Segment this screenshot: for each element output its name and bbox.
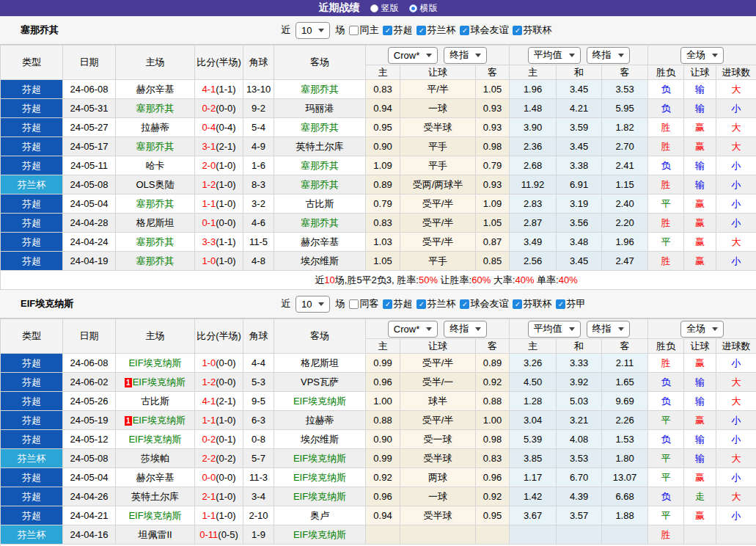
home-team[interactable]: 1EIF埃克纳斯 — [116, 411, 195, 430]
checkbox-icon: ✓ — [383, 26, 392, 35]
away-team[interactable]: EIF埃克纳斯 — [274, 449, 366, 468]
result-outcome: 负 — [648, 373, 684, 392]
asia-odds-time-select[interactable]: 终指 — [444, 47, 487, 64]
result-outcome: 胜 — [648, 118, 684, 137]
near-label: 近 — [281, 297, 290, 310]
match-row: 芬超24-04-21EIF埃克纳斯1-1(1-0)2-10奥卢0.94受半球0.… — [1, 506, 756, 525]
away-team[interactable]: EIF埃克纳斯 — [274, 525, 366, 545]
home-team[interactable]: 格尼斯坦 — [116, 214, 195, 233]
league-filter-checkbox[interactable]: ✓芬联杯 — [513, 23, 551, 37]
home-team[interactable]: 拉赫蒂 — [116, 118, 195, 137]
league-filter-checkbox[interactable]: ✓芬超 — [383, 23, 412, 37]
away-team[interactable]: 塞那乔其 — [274, 175, 366, 194]
euro-home-odds: 1.96 — [510, 80, 557, 99]
away-team[interactable]: 塞那乔其 — [274, 80, 366, 99]
league-filter-checkbox[interactable]: ✓球会友谊 — [460, 23, 508, 37]
scope-select[interactable]: 全场 — [680, 321, 724, 338]
away-team[interactable]: EIF埃克纳斯 — [274, 392, 366, 411]
away-team[interactable]: EIF埃克纳斯 — [274, 468, 366, 487]
league-filter-checkbox[interactable]: ✓球会友谊 — [460, 297, 508, 310]
same-venue-checkbox[interactable]: 同客 — [349, 297, 378, 310]
away-team[interactable]: 埃尔维斯 — [274, 430, 366, 449]
match-row: 芬超24-05-17塞那乔其3-1(2-1)4-9英特土尔库0.90平手0.98… — [1, 137, 756, 156]
score-cell: 3-3(1-1) — [195, 233, 243, 252]
full-score: 2-1 — [202, 491, 216, 502]
home-team[interactable]: 塞那乔其 — [116, 194, 195, 214]
league-filter-checkbox[interactable]: ✓芬超 — [383, 297, 412, 310]
asia-odds-source-select[interactable]: Crow* — [388, 321, 438, 338]
euro-odds-source-select[interactable]: 平均值 — [528, 321, 581, 338]
layout-radio-horizontal[interactable]: 横版 — [409, 2, 438, 15]
home-team[interactable]: 赫尔辛基 — [116, 468, 195, 487]
away-team[interactable]: EIF埃克纳斯 — [274, 487, 366, 506]
home-team[interactable]: 1EIF埃克纳斯 — [116, 373, 195, 392]
sub-column-header: 胜负 — [648, 65, 684, 80]
asia-home-odds: 1.00 — [366, 392, 400, 411]
layout-radio-vertical[interactable]: 竖版 — [370, 2, 399, 15]
away-team[interactable]: 埃尔维斯 — [274, 252, 366, 271]
home-team[interactable]: 莎埃帕 — [116, 449, 195, 468]
result-goals: 小 — [716, 156, 756, 175]
away-team[interactable]: 塞那乔其 — [274, 156, 366, 175]
away-team[interactable]: 古比斯 — [274, 194, 366, 214]
home-team[interactable]: 坦佩雷II — [116, 525, 195, 545]
euro-odds-time-select[interactable]: 终指 — [587, 47, 630, 64]
recent-count-select[interactable]: 10 — [296, 22, 330, 39]
score-cell: 0-2(0-1) — [195, 430, 243, 449]
league-filter-checkbox[interactable]: ✓芬甲 — [556, 297, 585, 310]
asia-odds-source-select[interactable]: Crow* — [388, 47, 438, 64]
asia-odds-source-select-value: Crow* — [394, 50, 419, 61]
full-score: 0-2 — [202, 434, 216, 445]
asia-handicap: 受半球 — [400, 118, 476, 137]
home-team[interactable]: 赫尔辛基 — [116, 80, 195, 99]
league-filter-checkbox[interactable]: ✓芬联杯 — [513, 297, 551, 310]
home-team[interactable]: 塞那乔其 — [116, 99, 195, 118]
away-team[interactable]: 塞那乔其 — [274, 118, 366, 137]
away-team[interactable]: 奥卢 — [274, 506, 366, 525]
home-team[interactable]: 塞那乔其 — [116, 252, 195, 271]
full-score: 1-1 — [202, 510, 216, 521]
away-team[interactable]: 格尼斯坦 — [274, 354, 366, 373]
asia-away-odds: 1.00 — [476, 411, 510, 430]
euro-odds-time-select[interactable]: 终指 — [587, 321, 630, 338]
recent-count-select[interactable]: 10 — [296, 296, 330, 313]
match-row: 芬超24-04-26英特土尔库2-1(1-0)3-4EIF埃克纳斯0.96一球0… — [1, 487, 756, 506]
asia-handicap: 受平/半 — [400, 233, 476, 252]
result-outcome: 负 — [648, 392, 684, 411]
euro-odds-source-select[interactable]: 平均值 — [528, 47, 581, 64]
full-score: 0-2 — [202, 103, 216, 114]
away-team[interactable]: 拉赫蒂 — [274, 411, 366, 430]
away-team[interactable]: 塞那乔其 — [274, 214, 366, 233]
summary-segment: 40% — [515, 274, 534, 285]
asia-home-odds: 0.96 — [366, 487, 400, 506]
half-score: (2-1) — [216, 141, 235, 152]
home-team[interactable]: 哈卡 — [116, 156, 195, 175]
home-team[interactable]: EIF埃克纳斯 — [116, 430, 195, 449]
asia-odds-time-select[interactable]: 终指 — [444, 321, 487, 338]
checkbox-icon: ✓ — [513, 26, 522, 35]
home-team[interactable]: 古比斯 — [116, 392, 195, 411]
league-filter-checkbox[interactable]: ✓芬兰杯 — [416, 23, 455, 37]
half-score: (0-5) — [218, 529, 238, 540]
home-team[interactable]: EIF埃克纳斯 — [116, 506, 195, 525]
asia-home-odds: 1.05 — [366, 252, 400, 271]
away-team[interactable]: 赫尔辛基 — [274, 233, 366, 252]
score-cell: 1-2(0-0) — [195, 373, 243, 392]
home-team[interactable]: 塞那乔其 — [116, 137, 195, 156]
summary-segment: 10 — [324, 274, 334, 285]
league-filter-checkbox[interactable]: ✓芬兰杯 — [416, 297, 455, 310]
euro-draw-odds: 3.45 — [557, 252, 602, 271]
full-score: 1-0 — [202, 357, 216, 368]
chevron-down-icon — [569, 327, 575, 331]
away-team[interactable]: VPS瓦萨 — [274, 373, 366, 392]
scope-select[interactable]: 全场 — [680, 47, 724, 64]
chevron-down-icon — [318, 29, 324, 32]
home-team[interactable]: 英特土尔库 — [116, 487, 195, 506]
home-team[interactable]: OLS奥陆 — [116, 175, 195, 194]
checkbox-label: 芬兰杯 — [427, 297, 455, 310]
home-team[interactable]: EIF埃克纳斯 — [116, 354, 195, 373]
same-venue-checkbox[interactable]: 同主 — [349, 23, 378, 37]
away-team[interactable]: 玛丽港 — [274, 99, 366, 118]
home-team[interactable]: 塞那乔其 — [116, 233, 195, 252]
away-team[interactable]: 英特土尔库 — [274, 137, 366, 156]
